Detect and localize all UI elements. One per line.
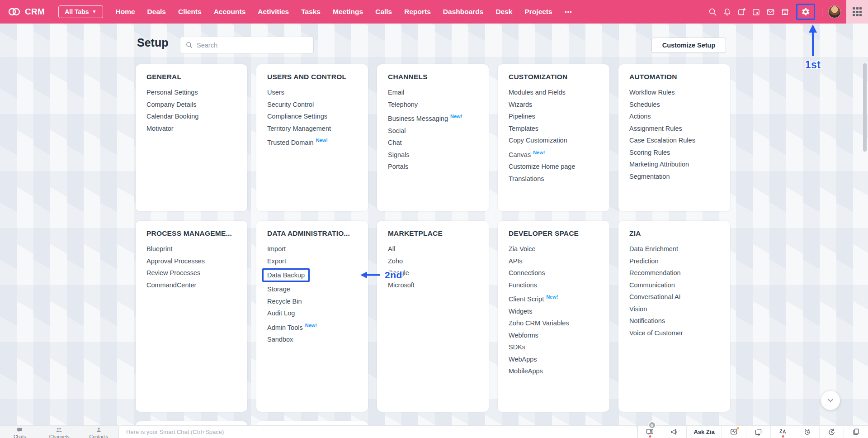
nav-item-accounts[interactable]: Accounts: [214, 8, 246, 16]
setup-link-compliance-settings[interactable]: Compliance Settings: [267, 110, 357, 123]
nav-item-deals[interactable]: Deals: [147, 8, 166, 16]
setup-link-schedules[interactable]: Schedules: [629, 99, 719, 111]
chat-tab-channels[interactable]: Channels: [41, 426, 78, 438]
setup-link-customize-home-page[interactable]: Customize Home page: [509, 161, 599, 173]
nav-item-desk[interactable]: Desk: [495, 8, 512, 16]
customize-setup-button[interactable]: Customize Setup: [651, 38, 726, 53]
setup-link-workflow-rules[interactable]: Workflow Rules: [629, 86, 719, 99]
setup-link-audit-log[interactable]: Audit Log: [267, 307, 357, 319]
ask-zia-button[interactable]: Ask Zia: [686, 426, 722, 438]
setup-link-blueprint[interactable]: Blueprint: [146, 243, 236, 255]
setup-link-motivator[interactable]: Motivator: [146, 123, 236, 135]
setup-link-conversational-ai[interactable]: Conversational AI: [629, 291, 719, 303]
setup-link-prediction[interactable]: Prediction: [629, 255, 719, 267]
setup-link-review-processes[interactable]: Review Processes: [146, 267, 236, 279]
screen-share-icon[interactable]: 6: [637, 426, 662, 438]
scroll-down-button[interactable]: [821, 391, 840, 410]
setup-link-mobileapps[interactable]: MobileApps: [509, 365, 599, 377]
setup-link-admin-tools[interactable]: Admin ToolsNew!: [267, 319, 357, 334]
setup-link-chat[interactable]: Chat: [388, 137, 478, 149]
zoho-crm-logo[interactable]: CRM: [7, 7, 45, 17]
setup-link-data-backup[interactable]: Data Backup2nd: [267, 268, 357, 282]
nav-item-dashboards[interactable]: Dashboards: [443, 8, 484, 16]
setup-link-trusted-domain[interactable]: Trusted DomainNew!: [267, 134, 357, 149]
history-icon[interactable]: [819, 426, 844, 438]
setup-link-zia-voice[interactable]: Zia Voice: [509, 243, 599, 255]
setup-link-data-enrichment[interactable]: Data Enrichment: [629, 243, 719, 255]
chat-tab-contacts[interactable]: Contacts: [80, 426, 117, 438]
setup-link-import[interactable]: Import: [267, 243, 357, 255]
all-tabs-dropdown[interactable]: All Tabs ▼: [58, 5, 103, 18]
zoho-apps-strip[interactable]: [846, 0, 868, 24]
reminder-icon[interactable]: [795, 426, 819, 438]
setup-link-export[interactable]: Export: [267, 255, 357, 267]
mail-icon[interactable]: [766, 8, 775, 16]
notifications-bell-icon[interactable]: [723, 8, 731, 16]
setup-link-canvas[interactable]: CanvasNew!: [509, 147, 599, 161]
setup-link-notifications[interactable]: Notifications: [629, 315, 719, 327]
setup-link-company-details[interactable]: Company Details: [146, 99, 236, 111]
nav-item-clients[interactable]: Clients: [178, 8, 202, 16]
copies-icon[interactable]: [844, 426, 868, 438]
nav-item-home[interactable]: Home: [116, 8, 135, 16]
nav-item-activities[interactable]: Activities: [258, 8, 289, 16]
chat-tab-chats[interactable]: Chats: [1, 426, 38, 438]
setup-link-marketing-attribution[interactable]: Marketing Attribution: [629, 158, 719, 171]
setup-link-security-control[interactable]: Security Control: [267, 99, 357, 111]
setup-link-personal-settings[interactable]: Personal Settings: [146, 86, 236, 99]
nav-item-calls[interactable]: Calls: [375, 8, 392, 16]
more-modules-button[interactable]: ⋯: [565, 8, 572, 16]
setup-link-microsoft[interactable]: Microsoft: [388, 279, 478, 291]
setup-link-segmentation[interactable]: Segmentation: [629, 171, 719, 183]
nav-item-meetings[interactable]: Meetings: [333, 8, 363, 16]
quick-create-icon[interactable]: [737, 8, 746, 16]
setup-link-telephony[interactable]: Telephony: [388, 99, 478, 111]
setup-link-client-script[interactable]: Client ScriptNew!: [509, 291, 599, 305]
calendar-icon[interactable]: [752, 8, 760, 16]
setup-link-commandcenter[interactable]: CommandCenter: [146, 279, 236, 291]
setup-link-sdks[interactable]: SDKs: [509, 341, 599, 353]
setup-link-templates[interactable]: Templates: [509, 123, 599, 135]
announcement-icon[interactable]: [662, 426, 686, 438]
setup-link-zoho-crm-variables[interactable]: Zoho CRM Variables: [509, 317, 599, 329]
setup-link-case-escalation-rules[interactable]: Case Escalation Rules: [629, 134, 719, 147]
setup-link-zoho[interactable]: Zoho: [388, 255, 478, 267]
setup-search-input[interactable]: [197, 42, 308, 49]
setup-link-wizards[interactable]: Wizards: [509, 99, 599, 111]
setup-link-translations[interactable]: Translations: [509, 173, 599, 185]
setup-link-voice-of-customer[interactable]: Voice of Customer: [629, 327, 719, 339]
setup-link-email[interactable]: Email: [388, 86, 478, 99]
search-icon[interactable]: [708, 8, 717, 16]
setup-link-scoring-rules[interactable]: Scoring Rules: [629, 147, 719, 159]
setup-link-widgets[interactable]: Widgets: [509, 305, 599, 318]
setup-link-storage[interactable]: Storage: [267, 283, 357, 295]
setup-link-approval-processes[interactable]: Approval Processes: [146, 255, 236, 267]
vertical-scrollbar-thumb[interactable]: [863, 63, 867, 152]
setup-link-recommendation[interactable]: Recommendation: [629, 267, 719, 279]
setup-link-vision[interactable]: Vision: [629, 303, 719, 315]
setup-link-connections[interactable]: Connections: [509, 267, 599, 279]
setup-link-social[interactable]: Social: [388, 125, 478, 137]
setup-link-webforms[interactable]: Webforms: [509, 329, 599, 342]
setup-link-copy-customization[interactable]: Copy Customization: [509, 134, 599, 147]
marketplace-store-icon[interactable]: [781, 8, 789, 16]
setup-link-google[interactable]: Google: [388, 267, 478, 279]
setup-link-sandbox[interactable]: Sandbox: [267, 333, 357, 346]
setup-link-webapps[interactable]: WebApps: [509, 353, 599, 366]
feedback-icon[interactable]: [746, 426, 770, 438]
setup-link-calendar-booking[interactable]: Calendar Booking: [146, 110, 236, 123]
setup-link-pipelines[interactable]: Pipelines: [509, 110, 599, 123]
signals-icon[interactable]: [722, 426, 746, 438]
setup-link-users[interactable]: Users: [267, 86, 357, 99]
highlight-box[interactable]: Data Backup: [262, 268, 310, 282]
settings-gear-icon-highlighted[interactable]: [796, 4, 815, 20]
setup-link-modules-and-fields[interactable]: Modules and Fields: [509, 86, 599, 99]
user-avatar[interactable]: [828, 5, 841, 18]
nav-item-reports[interactable]: Reports: [404, 8, 431, 16]
setup-link-functions[interactable]: Functions: [509, 279, 599, 291]
setup-link-recycle-bin[interactable]: Recycle Bin: [267, 295, 357, 308]
zia-sketch-icon[interactable]: [770, 426, 795, 438]
setup-link-territory-management[interactable]: Territory Management: [267, 123, 357, 135]
smart-chat-input[interactable]: [126, 428, 637, 435]
setup-link-all[interactable]: All: [388, 243, 478, 255]
